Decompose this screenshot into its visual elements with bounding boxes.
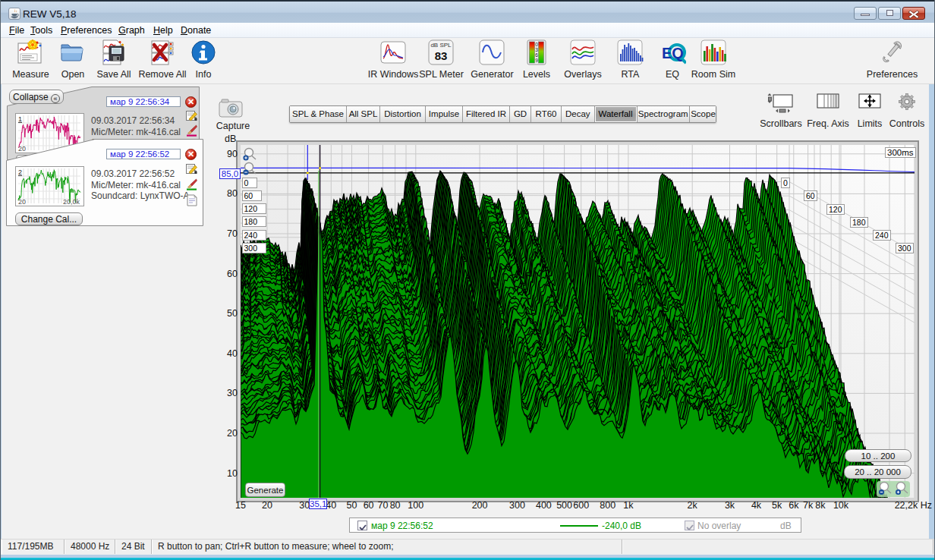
svg-text:20,0k: 20,0k (63, 198, 80, 206)
svg-text:3: 3 (535, 47, 538, 52)
svg-text:0: 0 (535, 42, 538, 47)
svg-text:9: 9 (535, 58, 538, 63)
svg-text:dB SPL: dB SPL (430, 42, 452, 49)
svg-text:EQ: EQ (662, 45, 684, 61)
svg-text:20: 20 (18, 198, 26, 206)
svg-text:83: 83 (435, 49, 448, 62)
svg-text:6: 6 (535, 52, 538, 58)
svg-text:2: 2 (18, 168, 22, 176)
